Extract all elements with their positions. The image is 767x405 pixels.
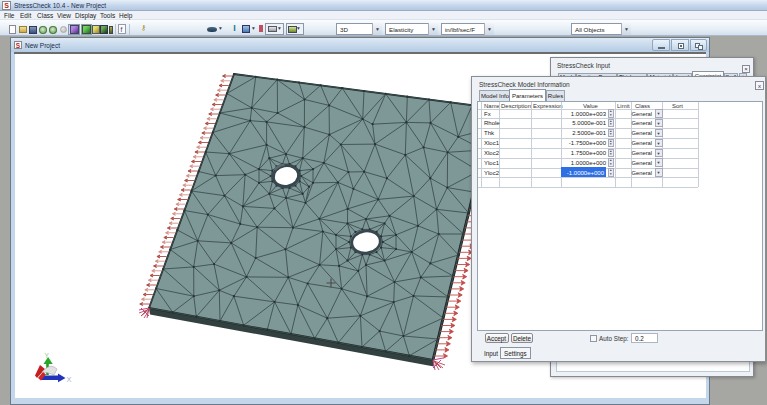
svg-text:Y: Y — [45, 352, 50, 359]
svg-text:X: X — [67, 375, 72, 384]
